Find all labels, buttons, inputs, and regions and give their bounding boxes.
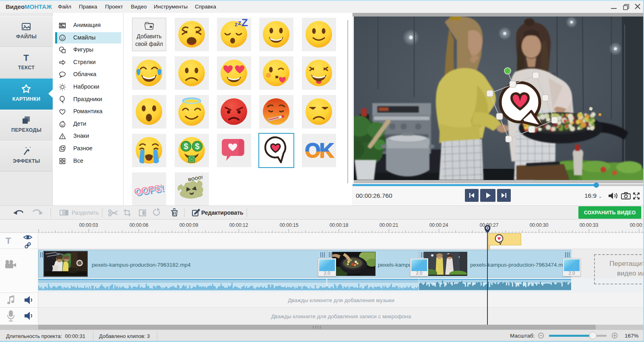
svg-text:OK: OK bbox=[305, 139, 334, 162]
svg-text:$: $ bbox=[184, 142, 188, 151]
svg-text:Z: Z bbox=[242, 17, 248, 29]
svg-text:z: z bbox=[238, 19, 242, 27]
svg-text:BOOO!: BOOO! bbox=[188, 175, 203, 182]
svg-text:Редактировать: Редактировать bbox=[201, 209, 244, 216]
svg-text:Разделить: Разделить bbox=[72, 209, 99, 216]
svg-text:$: $ bbox=[195, 142, 199, 151]
svg-text:z: z bbox=[235, 21, 237, 27]
svg-text:T: T bbox=[23, 53, 29, 63]
